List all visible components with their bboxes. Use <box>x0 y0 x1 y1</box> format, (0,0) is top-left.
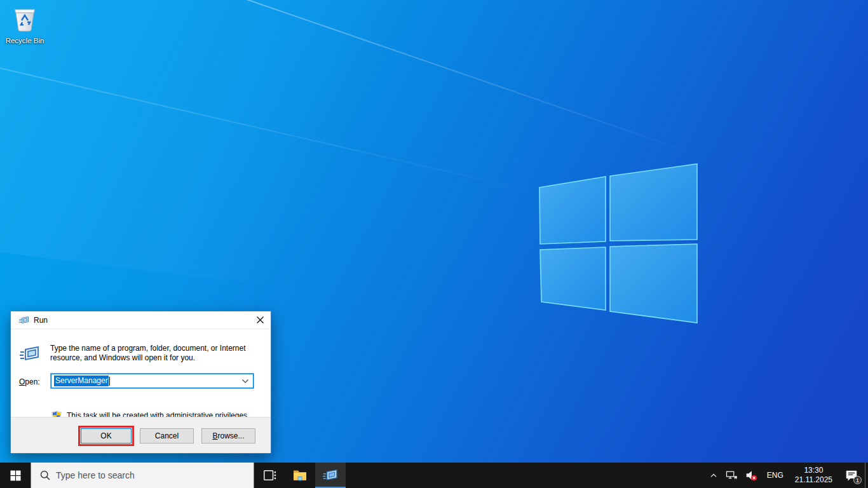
open-combobox[interactable]: ServerManager <box>51 374 254 388</box>
show-desktop-button[interactable] <box>865 463 868 488</box>
text-caret <box>109 377 110 386</box>
search-icon <box>40 470 50 480</box>
task-view-button[interactable] <box>254 463 285 488</box>
taskbar: ENG 13:30 21.11.2025 1 <box>0 463 868 488</box>
description-line-1: Type the name of a program, folder, docu… <box>50 344 246 353</box>
tray-overflow-button[interactable] <box>705 463 722 488</box>
open-label-rest: pen: <box>25 377 39 386</box>
file-explorer-button[interactable] <box>285 463 315 488</box>
network-tray-button[interactable] <box>722 463 741 488</box>
start-button[interactable] <box>0 463 31 488</box>
task-view-icon <box>262 468 276 482</box>
run-dialog-body: Type the name of a program, folder, docu… <box>11 329 271 417</box>
action-center-button[interactable]: 1 <box>838 463 865 488</box>
close-icon <box>257 316 264 323</box>
ethernet-network-icon <box>725 469 738 482</box>
desktop: Recycle Bin Run Type the nam <box>0 0 868 488</box>
open-label: Open: <box>19 377 40 386</box>
browse-accesskey: B <box>212 431 217 440</box>
volume-tray-button[interactable] <box>741 463 761 488</box>
windows-start-icon <box>10 470 21 481</box>
combobox-selected-text: ServerManager <box>54 376 109 386</box>
taskbar-search[interactable] <box>31 463 254 488</box>
volume-muted-icon <box>744 468 758 482</box>
run-dialog: Run Type the name of a program, folder, … <box>10 311 271 454</box>
browse-button[interactable]: Browse... <box>201 428 255 444</box>
recycle-bin-shortcut[interactable]: Recycle Bin <box>4 5 46 44</box>
file-explorer-icon <box>292 468 308 483</box>
cancel-button[interactable]: Cancel <box>140 428 194 444</box>
run-app-taskbar-button[interactable] <box>315 463 346 488</box>
run-dialog-title: Run <box>34 316 48 325</box>
taskbar-empty-area <box>346 463 705 488</box>
clock-time: 13:30 <box>795 466 832 475</box>
clock-date: 21.11.2025 <box>795 475 832 485</box>
recycle-bin-label: Recycle Bin <box>4 37 46 44</box>
ok-button-highlight-annotation: OK <box>78 426 134 446</box>
run-dialog-titlebar[interactable]: Run <box>11 311 271 329</box>
run-icon <box>19 315 29 325</box>
browse-label-rest: rowse... <box>218 431 245 440</box>
system-tray: ENG 13:30 21.11.2025 1 <box>705 463 868 488</box>
recycle-bin-icon <box>11 5 38 33</box>
search-input[interactable] <box>56 470 227 480</box>
ok-button[interactable]: OK <box>81 428 132 444</box>
run-dialog-description: Type the name of a program, folder, docu… <box>50 344 246 363</box>
notification-badge: 1 <box>853 476 862 484</box>
description-line-2: resource, and Windows will open it for y… <box>50 353 246 363</box>
run-icon-large <box>20 344 40 364</box>
run-dialog-footer: OK Cancel Browse... <box>11 417 271 453</box>
clock[interactable]: 13:30 21.11.2025 <box>789 463 838 488</box>
close-button[interactable] <box>249 311 271 329</box>
language-indicator[interactable]: ENG <box>761 463 789 488</box>
open-label-accesskey: O <box>19 377 25 386</box>
run-app-icon <box>323 468 338 483</box>
chevron-up-icon <box>709 470 719 480</box>
chevron-down-icon[interactable] <box>242 379 248 383</box>
